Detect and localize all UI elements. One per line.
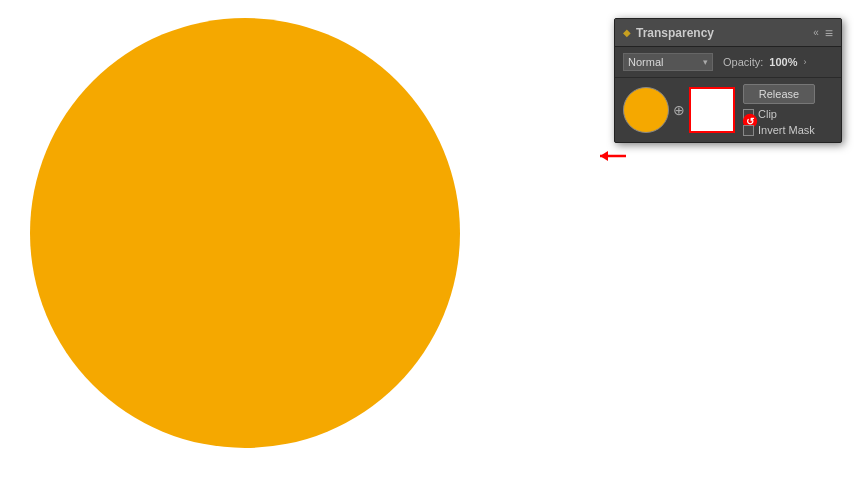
opacity-label: Opacity: [723,56,763,68]
invert-mask-checkbox[interactable] [743,125,754,136]
blend-mode-value: Normal [628,56,663,68]
panel-menu-icon[interactable]: ≡ [825,26,833,40]
panel-header-left: ◆ Transparency [623,26,714,40]
clip-checkbox[interactable] [743,109,754,120]
blend-mode-dropdown[interactable]: Normal ▾ [623,53,713,71]
opacity-expand-icon[interactable]: › [804,57,807,67]
orange-circle [30,18,460,448]
red-arrow-indicator [598,148,628,168]
panel-header-right: « ≡ [813,26,833,40]
canvas-area: ◆ Transparency « ≡ Normal ▾ Opacity: 100… [0,0,866,500]
mask-thumbnail[interactable] [689,87,735,133]
invert-mask-row: Invert Mask [743,124,833,136]
svg-marker-3 [600,151,608,161]
clip-label: Clip [758,108,777,120]
clip-row: Clip ↺ [743,108,833,120]
collapse-icon[interactable]: « [813,27,819,38]
transparency-icon: ◆ [623,27,631,38]
blend-mode-row: Normal ▾ Opacity: 100% › [615,47,841,78]
opacity-value: 100% [769,56,797,68]
transparency-panel: ◆ Transparency « ≡ Normal ▾ Opacity: 100… [614,18,842,143]
object-thumbnail[interactable] [623,87,669,133]
chain-link-icon[interactable]: ⊕ [669,102,689,118]
invert-mask-label: Invert Mask [758,124,815,136]
release-button[interactable]: Release [743,84,815,104]
mask-area: ⊕ Release Clip ↺ Invert Mask [615,78,841,142]
panel-header: ◆ Transparency « ≡ [615,19,841,47]
panel-title: Transparency [636,26,714,40]
blend-dropdown-arrow: ▾ [703,57,708,67]
mask-controls: Release Clip ↺ Invert Mask [743,84,833,136]
